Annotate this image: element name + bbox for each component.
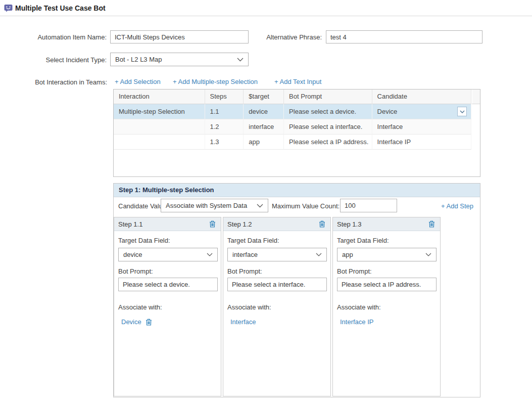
associate-with-link[interactable]: Device xyxy=(121,318,152,326)
target-data-field-select[interactable]: interface xyxy=(227,248,327,261)
bot-prompt-input[interactable] xyxy=(227,278,327,291)
target-data-field-select[interactable]: app xyxy=(337,248,437,261)
bot-interaction-label: Bot Interaction in Teams: xyxy=(0,78,107,86)
cell-interaction xyxy=(114,135,205,150)
remove-association-trash-icon[interactable] xyxy=(146,319,152,326)
cell-candidate: Device xyxy=(372,104,471,119)
max-value-count-input[interactable] xyxy=(340,199,397,212)
incident-type-label: Select Incident Type: xyxy=(0,56,107,64)
candidate-dropdown-button[interactable] xyxy=(457,107,467,116)
target-data-field-select[interactable]: device xyxy=(118,248,218,261)
associate-with-label: Associate with: xyxy=(227,303,271,311)
column-header-target[interactable]: $target xyxy=(244,90,284,104)
step-card-1-1: Step 1.1 Target Data Field: device Bot P… xyxy=(114,217,221,396)
cell-target: app xyxy=(244,135,284,150)
alternative-phrase-label: Alternative Phrase: xyxy=(202,33,322,41)
interaction-table: Interaction Steps $target Bot Prompt Can… xyxy=(113,89,480,177)
associate-with-value: Device xyxy=(121,318,141,326)
add-multiple-step-selection-link[interactable]: + Add Multiple-step Selection xyxy=(173,78,258,85)
title-bar: Multiple Test Use Case Bot xyxy=(0,0,532,16)
bot-chat-icon xyxy=(4,4,13,12)
bot-prompt-label: Bot Prompt: xyxy=(337,267,372,275)
step-panel-title: Step 1: Multiple-step Selection xyxy=(114,184,480,197)
delete-step-trash-icon[interactable] xyxy=(319,220,325,228)
target-data-field-label: Target Data Field: xyxy=(227,237,279,244)
target-data-field-value: device xyxy=(123,251,142,258)
cell-target: interface xyxy=(244,119,284,135)
delete-step-trash-icon[interactable] xyxy=(428,220,435,228)
bot-prompt-input[interactable] xyxy=(118,278,218,291)
cell-bot-prompt: Please select a interface. xyxy=(284,119,372,135)
page: Multiple Test Use Case Bot Automation It… xyxy=(0,0,532,402)
bot-prompt-label: Bot Prompt: xyxy=(227,267,262,275)
max-value-count-label: Maximum Value Count: xyxy=(272,202,340,210)
associate-with-label: Associate with: xyxy=(118,303,162,311)
associate-with-value: Interface xyxy=(230,318,256,326)
candidate-value-selected: Associate with System Data xyxy=(166,202,247,209)
target-data-field-value: app xyxy=(342,251,353,258)
chevron-down-icon xyxy=(237,58,244,62)
chevron-down-icon xyxy=(257,204,263,208)
column-header-interaction[interactable]: Interaction xyxy=(114,90,205,104)
column-header-steps[interactable]: Steps xyxy=(205,90,244,104)
candidate-value-select[interactable]: Associate with System Data xyxy=(161,199,268,212)
cell-gutter xyxy=(471,104,480,119)
column-header-candidate[interactable]: Candidate xyxy=(372,90,471,104)
add-step-link[interactable]: + Add Step xyxy=(441,202,473,210)
page-title: Multiple Test Use Case Bot xyxy=(15,4,106,12)
cell-gutter xyxy=(471,119,480,135)
cell-interaction: Multiple-step Selection xyxy=(114,104,205,119)
delete-step-trash-icon[interactable] xyxy=(209,220,216,228)
cell-target: device xyxy=(244,104,284,119)
target-data-field-label: Target Data Field: xyxy=(118,237,170,244)
step-panel: Step 1: Multiple-step Selection Candidat… xyxy=(113,183,480,397)
table-row[interactable]: 1.3 app Please select a IP address. Inte… xyxy=(114,135,480,150)
cell-steps: 1.1 xyxy=(205,104,244,119)
bot-prompt-input[interactable] xyxy=(337,278,437,291)
cell-candidate: Interface IP xyxy=(372,135,471,150)
chevron-down-icon xyxy=(316,253,322,256)
table-header-gutter xyxy=(471,90,480,104)
target-data-field-value: interface xyxy=(232,251,258,258)
cell-steps: 1.2 xyxy=(205,119,244,135)
cell-bot-prompt: Please select a device. xyxy=(284,104,372,119)
column-header-bot-prompt[interactable]: Bot Prompt xyxy=(284,90,372,104)
candidate-value: Device xyxy=(377,108,398,115)
alternative-phrase-input[interactable] xyxy=(326,30,482,43)
table-row[interactable]: 1.2 interface Please select a interface.… xyxy=(114,119,480,135)
cell-interaction xyxy=(114,119,205,135)
add-selection-link[interactable]: + Add Selection xyxy=(115,78,161,85)
cell-gutter xyxy=(471,135,480,150)
cell-bot-prompt: Please select a IP address. xyxy=(284,135,372,150)
bot-prompt-label: Bot Prompt: xyxy=(118,267,153,275)
associate-with-label: Associate with: xyxy=(337,303,381,311)
step-card-1-3: Step 1.3 Target Data Field: app Bot Prom… xyxy=(332,217,441,396)
automation-item-name-label: Automation Item Name: xyxy=(0,33,107,41)
chevron-down-icon xyxy=(425,253,431,256)
cell-steps: 1.3 xyxy=(205,135,244,150)
associate-with-value: Interface IP xyxy=(340,318,373,326)
incident-type-value: Bot - L2 L3 Map xyxy=(115,56,162,63)
step-card-title: Step 1.2 xyxy=(227,220,252,228)
table-row[interactable]: Multiple-step Selection 1.1 device Pleas… xyxy=(114,104,480,119)
associate-with-link[interactable]: Interface IP xyxy=(340,318,373,326)
incident-type-select[interactable]: Bot - L2 L3 Map xyxy=(110,53,249,66)
associate-with-link[interactable]: Interface xyxy=(230,318,256,326)
table-header-row: Interaction Steps $target Bot Prompt Can… xyxy=(114,90,480,104)
add-text-input-link[interactable]: + Add Text Input xyxy=(274,78,321,85)
step-card-title: Step 1.3 xyxy=(337,220,361,228)
cell-candidate: Interface xyxy=(372,119,471,135)
step-card-title: Step 1.1 xyxy=(118,220,142,228)
target-data-field-label: Target Data Field: xyxy=(337,237,389,244)
chevron-down-icon xyxy=(207,253,213,256)
step-card-1-2: Step 1.2 Target Data Field: interface Bo… xyxy=(223,217,331,396)
